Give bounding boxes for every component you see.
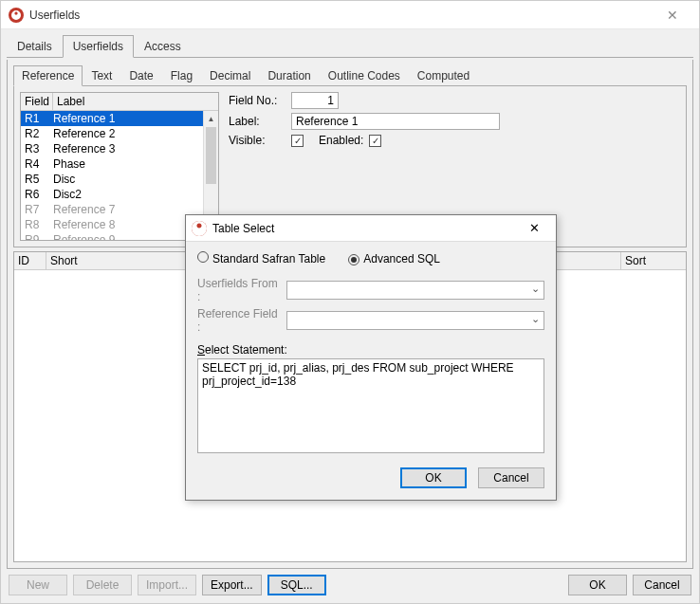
label-input[interactable]: Reference 1 [291, 113, 500, 130]
delete-button: Delete [73, 575, 132, 595]
values-header-id[interactable]: ID [14, 252, 46, 269]
tab-userfields[interactable]: Userfields [63, 35, 134, 58]
select-statement-label: Select Statement: [197, 343, 544, 357]
new-button: New [9, 575, 67, 595]
visible-label: Visible: [229, 134, 286, 147]
titlebar: Userfields ✕ [1, 1, 699, 29]
reference-field-label: Reference Field : [197, 307, 283, 334]
field-no-input[interactable]: 1 [291, 92, 339, 109]
subtab-duration[interactable]: Duration [259, 65, 319, 86]
reference-field-combo[interactable] [286, 311, 544, 330]
subtab-reference[interactable]: Reference [13, 65, 83, 86]
enabled-checkbox[interactable]: ✓ [369, 135, 381, 147]
scroll-up-icon[interactable]: ▲ [204, 111, 218, 126]
tab-details[interactable]: Details [7, 35, 63, 58]
field-no-label: Field No.: [229, 94, 286, 107]
subtab-outline-codes[interactable]: Outline Codes [320, 65, 409, 86]
subtab-computed[interactable]: Computed [409, 65, 478, 86]
footer-buttons: New Delete Import... Export... SQL... OK… [7, 569, 693, 597]
window-title: Userfields [29, 9, 80, 22]
main-tabstrip: Details Userfields Access [7, 35, 693, 58]
radio-standard-safran[interactable]: Standard Safran Table [197, 251, 325, 265]
dialog-logo-icon [192, 221, 207, 236]
sub-tabstrip: Reference Text Date Flag Decimal Duratio… [13, 65, 687, 86]
subtab-decimal[interactable]: Decimal [201, 65, 259, 86]
tab-access[interactable]: Access [134, 35, 192, 58]
subtab-text[interactable]: Text [83, 65, 120, 86]
table-select-dialog: Table Select ✕ Standard Safran Table Adv… [185, 214, 557, 501]
dialog-titlebar: Table Select ✕ [186, 215, 556, 242]
field-row[interactable]: R3Reference 3 [21, 141, 218, 156]
import-button: Import... [138, 575, 196, 595]
field-list-header-label[interactable]: Label [53, 93, 218, 110]
export-button[interactable]: Export... [202, 575, 262, 595]
values-header-sort[interactable]: Sort [621, 252, 686, 269]
field-row[interactable]: R5Disc [21, 172, 218, 187]
close-icon[interactable]: ✕ [654, 2, 691, 28]
field-row[interactable]: R4Phase [21, 156, 218, 172]
dialog-title: Table Select [212, 222, 274, 235]
enabled-label: Enabled: [319, 134, 363, 147]
field-list-header: Field Label [21, 93, 218, 111]
select-statement-textarea[interactable] [197, 358, 544, 453]
subtab-flag[interactable]: Flag [162, 65, 201, 86]
dialog-close-icon[interactable]: ✕ [518, 217, 550, 240]
cancel-button[interactable]: Cancel [633, 575, 691, 595]
dialog-cancel-button[interactable]: Cancel [478, 467, 544, 488]
field-row[interactable]: R2Reference 2 [21, 126, 218, 141]
field-row[interactable]: R6Disc2 [21, 187, 218, 202]
dialog-body: Standard Safran Table Advanced SQL Userf… [186, 242, 556, 500]
visible-checkbox[interactable]: ✓ [291, 135, 304, 147]
userfields-from-combo[interactable] [286, 281, 544, 300]
field-row[interactable]: R1Reference 1 [21, 111, 218, 126]
sql-button[interactable]: SQL... [267, 575, 326, 595]
field-list-header-field[interactable]: Field [21, 93, 53, 110]
userfields-from-label: Userfields From : [197, 277, 283, 303]
dialog-ok-button[interactable]: OK [400, 467, 467, 488]
ok-button[interactable]: OK [568, 575, 627, 595]
app-logo-icon [9, 8, 24, 23]
subtab-date[interactable]: Date [120, 65, 161, 86]
radio-advanced-sql[interactable]: Advanced SQL [348, 252, 440, 265]
label-label: Label: [229, 115, 286, 128]
scroll-thumb[interactable] [206, 127, 216, 184]
